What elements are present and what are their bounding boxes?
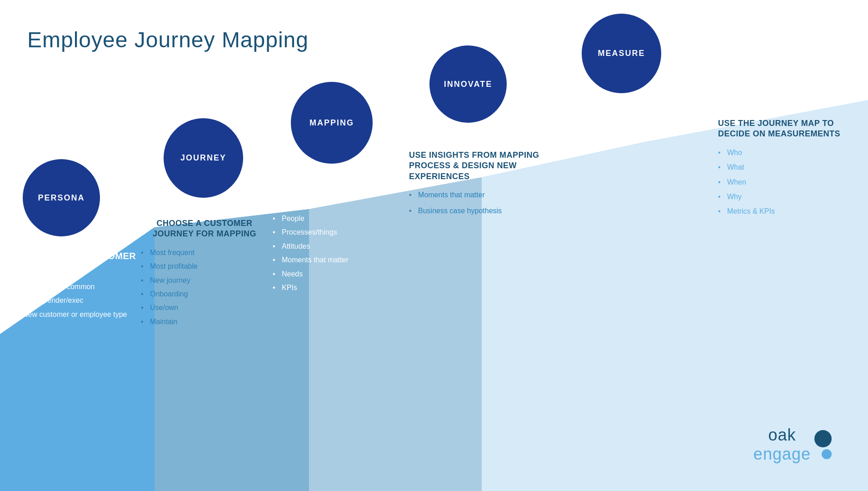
logo-circle-large: [814, 430, 832, 447]
logo-circle-small: [822, 449, 832, 459]
section-measure-item-3: When: [718, 177, 859, 187]
section-innovate-item-1: Moments that matter: [409, 190, 573, 200]
section-journey-item-2: Most profitable: [141, 261, 268, 271]
section-persona-item-3: New customer or employee type: [14, 310, 145, 320]
section-mapping-item-4: Moments that matter: [273, 255, 409, 265]
section-journey: CHOOSE A CUSTOMER JOURNEY FOR MAPPING Mo…: [141, 218, 268, 331]
section-innovate: USE INSIGHTS FROM MAPPING PROCESS & DESI…: [409, 150, 573, 221]
page-title: Employee Journey Mapping: [27, 27, 309, 52]
section-measure: USE THE JOURNEY MAP TO DECIDE ON MEASURE…: [718, 118, 859, 221]
section-journey-item-4: Onboarding: [141, 289, 268, 299]
section-persona: DESIGN YOUR CUSTOMER PERSONA Most popula…: [14, 250, 145, 323]
section-innovate-heading: USE INSIGHTS FROM MAPPING PROCESS & DESI…: [409, 150, 573, 182]
logo-text-engage: engage: [753, 445, 811, 464]
section-journey-item-3: New journey: [141, 276, 268, 286]
logo: oak engage: [753, 426, 832, 464]
section-journey-item-6: Maintain: [141, 317, 268, 327]
section-mapping: GO THROUGH THE MAPPING PROCESS People Pr…: [273, 182, 409, 296]
section-measure-item-1: Who: [718, 148, 859, 158]
section-mapping-item-2: Processes/things: [273, 227, 409, 237]
section-mapping-heading: GO THROUGH THE MAPPING PROCESS: [273, 182, 409, 205]
circle-journey: JOURNEY: [164, 118, 243, 198]
circle-mapping: MAPPING: [291, 82, 373, 164]
circle-persona: PERSONA: [23, 159, 100, 236]
section-mapping-item-1: People: [273, 214, 409, 224]
circle-innovate: INNOVATE: [429, 45, 507, 123]
section-mapping-item-3: Attitudes: [273, 241, 409, 251]
section-journey-item-5: Use/own: [141, 303, 268, 313]
section-persona-item-1: Most popular/common: [14, 282, 145, 292]
section-journey-item-1: Most frequent: [141, 248, 268, 258]
section-mapping-item-5: Needs: [273, 269, 409, 279]
logo-text-oak: oak: [768, 426, 796, 445]
section-innovate-item-2: Business case hypothesis: [409, 206, 573, 216]
section-persona-item-2: High spender/exec: [14, 296, 145, 306]
section-measure-heading: USE THE JOURNEY MAP TO DECIDE ON MEASURE…: [718, 118, 859, 140]
section-mapping-item-6: KPIs: [273, 283, 409, 293]
section-measure-item-5: Metrics & KPIs: [718, 206, 859, 216]
logo-circles: [814, 430, 832, 459]
circle-measure: MEASURE: [582, 14, 661, 93]
section-measure-item-4: Why: [718, 192, 859, 202]
section-persona-heading: DESIGN YOUR CUSTOMER PERSONA: [14, 250, 145, 274]
section-measure-item-2: What: [718, 162, 859, 172]
section-journey-heading: CHOOSE A CUSTOMER JOURNEY FOR MAPPING: [141, 218, 268, 240]
